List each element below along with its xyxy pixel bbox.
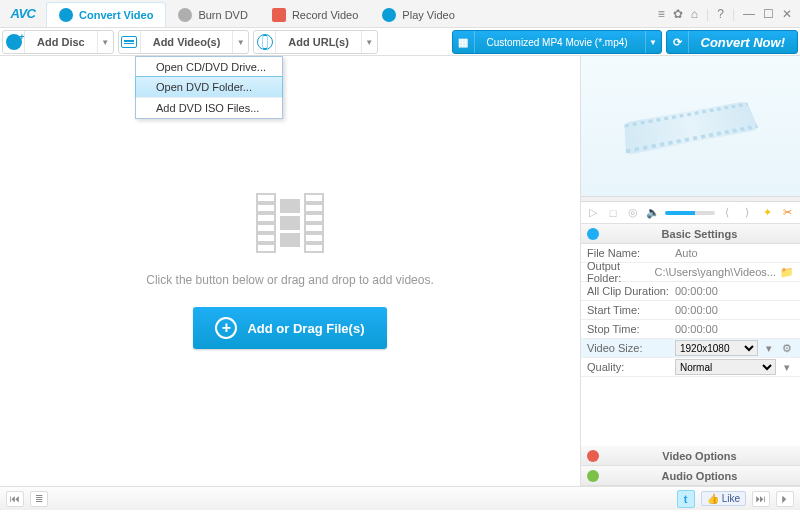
twitter-icon[interactable]: t bbox=[677, 490, 695, 508]
chevron-down-icon[interactable]: ▼ bbox=[232, 31, 248, 53]
maximize-icon[interactable]: ☐ bbox=[763, 7, 774, 21]
preview-panel bbox=[581, 56, 800, 196]
disc-plus-icon: + bbox=[6, 34, 22, 50]
snapshot-icon[interactable]: ◎ bbox=[625, 206, 641, 220]
menu-icon[interactable]: ≡ bbox=[658, 7, 665, 21]
cut-icon[interactable]: ✂ bbox=[779, 206, 795, 220]
play-icon bbox=[382, 8, 396, 22]
output-profile-button[interactable]: ▦ Customized MP4 Movie (*.mp4) ▼ bbox=[452, 30, 662, 54]
quality-select[interactable]: Normal bbox=[675, 359, 776, 375]
play-icon[interactable]: ▷ bbox=[585, 206, 601, 220]
convert-now-button[interactable]: ⟳ Convert Now! bbox=[666, 30, 799, 54]
tab-play-video[interactable]: Play Video bbox=[370, 2, 466, 27]
tab-label: Play Video bbox=[402, 9, 454, 21]
audio-circle-icon bbox=[587, 470, 599, 482]
help-icon[interactable]: ? bbox=[717, 7, 724, 21]
film-placeholder-icon bbox=[250, 193, 330, 253]
disc-icon bbox=[178, 8, 192, 22]
gear-icon[interactable]: ⚙ bbox=[780, 342, 794, 355]
stop-time-value[interactable]: 00:00:00 bbox=[675, 323, 794, 335]
start-time-label: Start Time: bbox=[587, 304, 671, 316]
file-name-label: File Name: bbox=[587, 247, 671, 259]
add-urls-button[interactable]: Add URL(s) ▼ bbox=[253, 30, 378, 54]
title-bar: AVC Convert Video Burn DVD Record Video … bbox=[0, 0, 800, 28]
plus-circle-icon: + bbox=[215, 317, 237, 339]
window-controls: ≡ ✿ ⌂ | ? | — ☐ ✕ bbox=[650, 0, 800, 27]
tab-convert-video[interactable]: Convert Video bbox=[46, 2, 166, 27]
bracket-left-icon[interactable]: ⟨ bbox=[719, 206, 735, 220]
player-controls: ▷ □ ◎ 🔈 ⟨ ⟩ ✦ ✂ bbox=[581, 202, 800, 224]
record-icon bbox=[272, 8, 286, 22]
main-area: Click the button below or drag and drop … bbox=[0, 56, 800, 486]
bracket-right-icon[interactable]: ⟩ bbox=[739, 206, 755, 220]
sidebar: ▷ □ ◎ 🔈 ⟨ ⟩ ✦ ✂ Basic Settings File Name… bbox=[580, 56, 800, 486]
toolbar: + Add Disc ▼ Add Video(s) ▼ Add URL(s) ▼… bbox=[0, 28, 800, 56]
browse-folder-icon[interactable]: 📁 bbox=[780, 266, 794, 279]
chevron-down-icon[interactable]: ▼ bbox=[645, 31, 661, 53]
video-size-select[interactable]: 1920x1080 bbox=[675, 340, 758, 356]
quality-label: Quality: bbox=[587, 361, 671, 373]
status-bar: ⏮ ≣ t 👍Like ⏭ ⏵ bbox=[0, 486, 800, 510]
tab-label: Convert Video bbox=[79, 9, 153, 21]
stop-icon[interactable]: □ bbox=[605, 206, 621, 220]
clip-duration-label: All Clip Duration: bbox=[587, 285, 671, 297]
tab-burn-dvd[interactable]: Burn DVD bbox=[166, 2, 260, 27]
refresh-icon: ⟳ bbox=[673, 36, 682, 49]
output-folder-label: Output Folder: bbox=[587, 260, 651, 284]
output-folder-value[interactable]: C:\Users\yangh\Videos... bbox=[655, 266, 776, 278]
start-time-value[interactable]: 00:00:00 bbox=[675, 304, 794, 316]
settings-circle-icon bbox=[587, 228, 599, 240]
tab-label: Burn DVD bbox=[198, 9, 248, 21]
chevron-down-icon[interactable]: ▾ bbox=[780, 361, 794, 374]
drop-zone[interactable]: Click the button below or drag and drop … bbox=[0, 56, 580, 486]
film-icon: ▦ bbox=[458, 36, 468, 49]
effects-icon[interactable]: ✦ bbox=[759, 206, 775, 220]
film-plus-icon bbox=[121, 36, 137, 48]
file-name-value[interactable]: Auto bbox=[675, 247, 794, 259]
drop-hint: Click the button below or drag and drop … bbox=[146, 273, 434, 287]
next-page-icon[interactable]: ⏭ bbox=[752, 491, 770, 507]
app-logo: AVC bbox=[0, 0, 46, 27]
refresh-icon bbox=[59, 8, 73, 22]
chevron-down-icon[interactable]: ▾ bbox=[762, 342, 776, 355]
facebook-like-button[interactable]: 👍Like bbox=[701, 491, 746, 506]
menu-add-iso[interactable]: Add DVD ISO Files... bbox=[136, 97, 282, 118]
add-videos-button[interactable]: Add Video(s) ▼ bbox=[118, 30, 250, 54]
minimize-icon[interactable]: — bbox=[743, 7, 755, 21]
add-disc-button[interactable]: + Add Disc ▼ bbox=[2, 30, 114, 54]
add-or-drag-files-button[interactable]: + Add or Drag File(s) bbox=[193, 307, 386, 349]
clip-duration-value: 00:00:00 bbox=[675, 285, 794, 297]
tab-record-video[interactable]: Record Video bbox=[260, 2, 370, 27]
basic-settings-panel: File Name:Auto Output Folder:C:\Users\ya… bbox=[581, 244, 800, 377]
volume-slider[interactable] bbox=[665, 211, 715, 215]
expand-icon[interactable]: ⏵ bbox=[776, 491, 794, 507]
stop-time-label: Stop Time: bbox=[587, 323, 671, 335]
chevron-down-icon[interactable]: ▼ bbox=[97, 31, 113, 53]
video-options-header[interactable]: Video Options bbox=[581, 446, 800, 466]
main-tabs: Convert Video Burn DVD Record Video Play… bbox=[46, 0, 650, 27]
globe-plus-icon bbox=[257, 34, 273, 50]
video-size-label: Video Size: bbox=[587, 342, 671, 354]
settings-icon[interactable]: ✿ bbox=[673, 7, 683, 21]
thumbs-up-icon: 👍 bbox=[707, 493, 719, 504]
list-view-icon[interactable]: ≣ bbox=[30, 491, 48, 507]
menu-open-drive[interactable]: Open CD/DVD Drive... bbox=[136, 57, 282, 77]
add-videos-dropdown: Open CD/DVD Drive... Open DVD Folder... … bbox=[135, 56, 283, 119]
audio-options-header[interactable]: Audio Options bbox=[581, 466, 800, 486]
basic-settings-header[interactable]: Basic Settings bbox=[581, 224, 800, 244]
prev-page-icon[interactable]: ⏮ bbox=[6, 491, 24, 507]
menu-open-dvd-folder[interactable]: Open DVD Folder... bbox=[135, 76, 283, 98]
video-circle-icon bbox=[587, 450, 599, 462]
key-icon[interactable]: ⌂ bbox=[691, 7, 698, 21]
close-icon[interactable]: ✕ bbox=[782, 7, 792, 21]
film-strip-icon bbox=[624, 101, 759, 155]
mute-icon[interactable]: 🔈 bbox=[645, 206, 661, 220]
chevron-down-icon[interactable]: ▼ bbox=[361, 31, 377, 53]
tab-label: Record Video bbox=[292, 9, 358, 21]
